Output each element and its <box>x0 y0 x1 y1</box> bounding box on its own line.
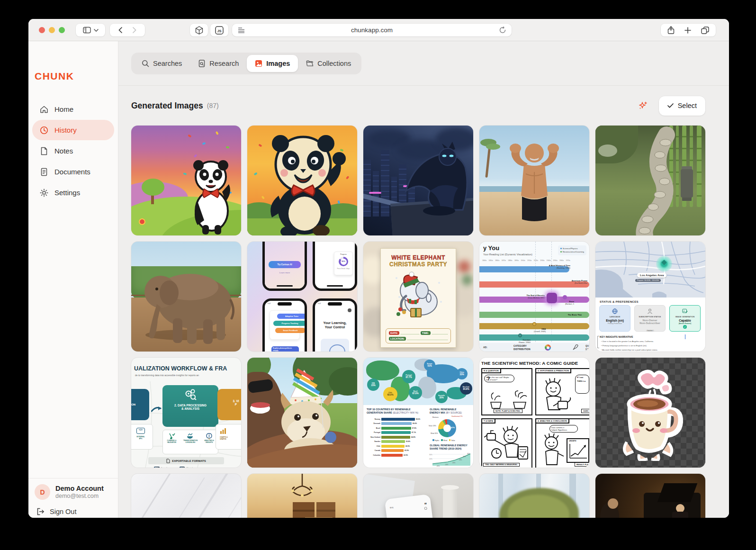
close-window-button[interactable] <box>39 27 45 33</box>
image-tile-panda-waving[interactable] <box>247 126 357 235</box>
mockup-cta-button: Try Curious AI <box>269 261 301 268</box>
mockup-headline-1: Your Learning, <box>315 321 355 325</box>
arrow-icon <box>151 405 162 413</box>
mockup-prompt-bubble: Explain photosynthesis simply <box>271 346 299 352</box>
bars-title: TOP 10 COUNTRIES BY RENEWABLE GENERATION… <box>367 408 418 414</box>
image-pencil-icon <box>682 308 688 314</box>
content-tabs: Searches Research Imag <box>131 53 361 74</box>
sidebar-item-documents[interactable]: Documents <box>32 162 114 182</box>
sign-out-icon <box>36 508 45 515</box>
poster: WHITE ELEPHANT CHRISTMAS PARTY <box>380 248 456 348</box>
url-bar[interactable]: chunkapp.com <box>232 24 512 36</box>
select-button[interactable]: Select <box>659 96 705 116</box>
maximize-window-button[interactable] <box>59 27 65 33</box>
main-content: Searches Research Imag <box>118 41 729 518</box>
format-chips: PNG (Image) SVG (Vector) <box>154 467 193 468</box>
forward-icon[interactable] <box>133 27 136 33</box>
comic-panel-1: N & QUESTION Why is this one sad? Maybe … <box>481 368 532 415</box>
mockup-learn-more: Learn more <box>265 271 305 274</box>
app-logo: CHUNK <box>35 71 74 82</box>
mockup-pill-1: Adaptive Tutor <box>277 314 306 319</box>
elephant-illustration <box>138 262 237 348</box>
image-tile-renewable-energy[interactable]: USA23% Chile68.9% Portugal87.7% Brazil87… <box>363 358 473 468</box>
file-icon <box>166 459 170 463</box>
image-tile-person-by-window[interactable] <box>479 474 589 518</box>
svg-text:-24%: -24% <box>445 464 449 466</box>
transformation-icon <box>187 433 194 440</box>
image-tile-concert-scene[interactable] <box>595 474 705 518</box>
poster-elephant-illustration <box>390 269 447 320</box>
poster-fields: DATE: TIME: LOCATION: <box>386 328 451 343</box>
image-tile-coffee-sticker[interactable] <box>595 358 705 468</box>
workflow-box-2: 2. DATA PROCESSING & ANALYSIS <box>162 385 218 427</box>
tab-overview-icon[interactable] <box>701 27 709 34</box>
extension-cube-button[interactable] <box>190 24 208 36</box>
share-icon[interactable] <box>667 26 675 34</box>
comic-title: THE SCIENTIFIC METHOD: A COMIC GUIDE <box>481 361 578 366</box>
reader-icon[interactable] <box>238 24 245 36</box>
image-tile-library-room[interactable] <box>247 474 357 518</box>
rocket-icon <box>572 344 579 351</box>
sidebar-item-history[interactable]: History <box>32 120 114 140</box>
mockup-streak: Focus Streak: 4 days <box>334 268 352 270</box>
image-tile-visualization-workflow[interactable]: UALIZATION WORKFLOW & FRA de to transfor… <box>131 358 241 468</box>
image-tile-black-panther[interactable] <box>363 126 473 235</box>
tab-research[interactable]: Research <box>190 55 247 72</box>
sign-out-button[interactable]: Sign Out <box>36 508 76 515</box>
sparkles-icon[interactable] <box>638 101 648 110</box>
language-card: LANGUAGE English (en) Primary Preference <box>599 305 630 332</box>
image-tile-elephant[interactable] <box>131 242 241 352</box>
svg-text:-26%: -26% <box>436 465 440 467</box>
cube-icon <box>195 26 203 35</box>
status-preferences-heading: STATUS & PREFERENCES <box>600 300 639 303</box>
account-info[interactable]: D Demo Account demo@test.com <box>35 484 104 500</box>
generated-images-grid: habits Try Curious AI Learn more Here's … <box>131 126 729 518</box>
cleaning-icon <box>168 433 175 440</box>
image-tile-learning-app-mockups[interactable]: habits Try Curious AI Learn more Here's … <box>247 242 357 352</box>
image-tile-reading-list-viz[interactable]: y You Your Reading List (Dynamic Visuali… <box>479 242 589 352</box>
check-icon <box>667 103 674 108</box>
image-tile-christmas-party-poster[interactable]: WHITE ELEPHANT CHRISTMAS PARTY <box>363 242 473 352</box>
comic-panel-4: 4. ANALYSIS & CONCLUSION Data confirms i… <box>535 418 589 468</box>
sidebar-item-notes[interactable]: Notes <box>32 141 114 161</box>
image-tile-dog-party-hat[interactable] <box>247 358 357 468</box>
minimize-window-button[interactable] <box>49 27 55 33</box>
sidebar-item-home[interactable]: Home <box>32 99 114 119</box>
sidebar-icon <box>83 27 91 34</box>
image-tile-scientific-method-comic[interactable]: THE SCIENTIFIC METHOD: A COMIC GUIDE N &… <box>479 358 589 468</box>
image-tile-study-session-phone[interactable]: 9:41▮▮ Study Session <box>363 474 473 518</box>
bars-chart: Norway98.6% Denmark89.6% Brazil87.8% Por… <box>365 416 426 457</box>
extension-js-button[interactable]: JS <box>210 24 228 36</box>
svg-text:24%: 24% <box>452 462 456 464</box>
page-title: Generated Images <box>131 101 203 111</box>
tab-searches[interactable]: Searches <box>134 55 190 72</box>
back-icon[interactable] <box>118 27 122 33</box>
browser-toolbar: JS chunkapp.com <box>28 19 729 41</box>
app-sidebar: CHUNK Home History Notes <box>28 41 118 518</box>
image-tile-panda-confetti-sunset[interactable] <box>131 126 241 235</box>
image-tile-marble-card[interactable] <box>131 474 241 518</box>
account-name: Demo Account <box>55 485 104 492</box>
new-tab-icon[interactable] <box>684 27 691 34</box>
image-tile-zen-garden-path[interactable] <box>595 126 705 235</box>
sidebar-item-settings[interactable]: Settings <box>32 182 114 203</box>
exportable-formats-bar: EXPORTABLE FORMATS <box>148 457 224 464</box>
tab-images[interactable]: Images <box>247 55 298 72</box>
image-tile-los-angeles-map[interactable]: Los Angeles Area Pinpoint: 34.0536, -118… <box>595 242 705 352</box>
tab-collections[interactable]: Collections <box>298 55 359 72</box>
image-tile-man-flexing-beach[interactable] <box>479 126 589 235</box>
energy-world-map: USA23% Chile68.9% Portugal87.7% Brazil87… <box>363 358 473 405</box>
external-apis-card: </> EXTERNALAPIs <box>131 424 153 450</box>
research-doc-icon <box>198 60 206 67</box>
processing-steps-card: CLEANING &VALIDATION TRANSFORMATION& MOD… <box>162 430 218 454</box>
insight-bullet-3: • Account holds neither ownership nor a … <box>601 349 703 352</box>
reload-icon[interactable] <box>499 24 506 36</box>
sidebar-toggle-button[interactable] <box>76 24 105 36</box>
svg-text:30%: 30% <box>463 456 466 458</box>
subscription-card: SUBSCRIPTION STATUS Non-Owner Non-Subscr… <box>634 305 666 332</box>
trend-chart: 30%20% -26%-24% 24%28% 30%36% <box>429 451 471 467</box>
search-icon <box>142 60 149 67</box>
map-area-label: Los Angeles Area <box>637 273 666 278</box>
viz-decades-axis: 1840s 1850s 1860s 1870s 1880s 1890s 1900… <box>482 260 587 261</box>
poster-time-label: TIME: <box>421 331 431 335</box>
